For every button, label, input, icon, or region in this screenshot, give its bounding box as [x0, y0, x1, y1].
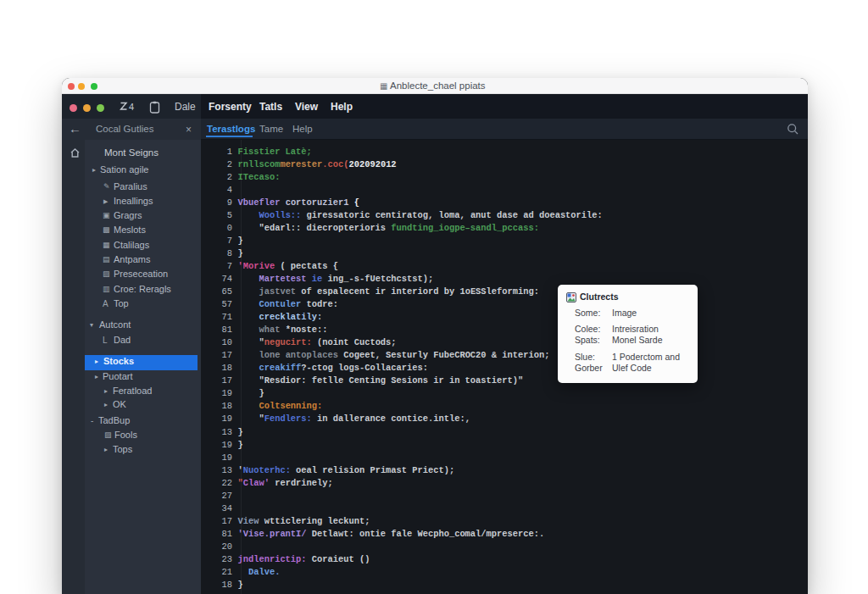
svg-text:4: 4	[129, 102, 134, 112]
